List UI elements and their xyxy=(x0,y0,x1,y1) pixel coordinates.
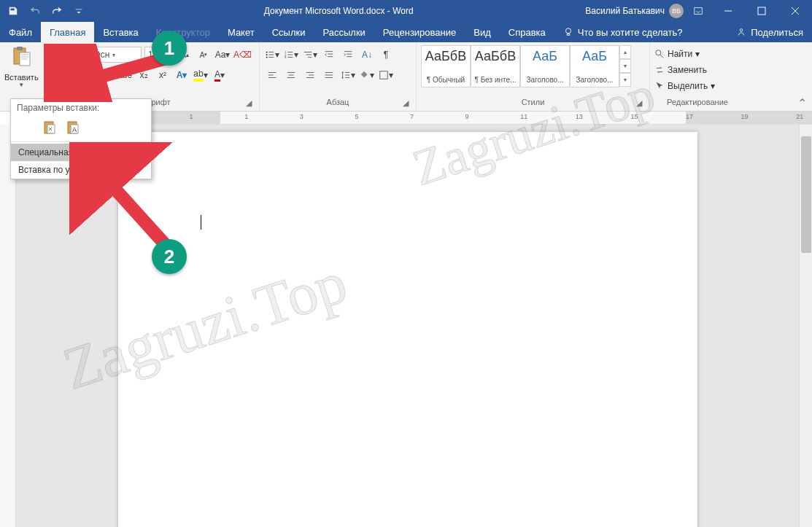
tab-help[interactable]: Справка xyxy=(500,22,554,42)
vertical-scrollbar[interactable] xyxy=(799,125,812,527)
paste-dropdown-arrow[interactable]: ▼ xyxy=(18,82,24,88)
page[interactable] xyxy=(118,132,697,527)
annotation-marker-1: 1 xyxy=(152,31,187,66)
share-icon xyxy=(736,27,746,37)
search-icon xyxy=(654,49,665,59)
launcher-icon[interactable]: ◢ xyxy=(401,98,410,107)
tab-home[interactable]: Главная xyxy=(41,22,94,42)
decrease-indent-icon[interactable] xyxy=(321,47,337,63)
ribbon-tabs: Файл Главная Вставка Конструктор Макет С… xyxy=(0,22,812,42)
align-center-icon[interactable] xyxy=(283,67,299,83)
launcher-icon[interactable]: ◢ xyxy=(244,98,253,107)
ribbon-options-icon[interactable] xyxy=(688,1,708,21)
styles-gallery-scroll[interactable]: ▴▾▾ xyxy=(619,45,631,98)
share-button[interactable]: Поделиться xyxy=(727,22,812,42)
align-left-icon[interactable] xyxy=(264,67,280,83)
annotation-marker-2: 2 xyxy=(152,239,187,274)
tell-me-search[interactable]: Что вы хотите сделать? xyxy=(554,22,692,42)
paste-text-only-icon[interactable]: A xyxy=(63,118,82,137)
style-normal[interactable]: АаБбВ¶ Обычный xyxy=(421,45,471,87)
select-button[interactable]: Выделить ▾ xyxy=(654,79,741,93)
svg-rect-50 xyxy=(380,71,388,79)
align-right-icon[interactable] xyxy=(302,67,318,83)
replace-icon xyxy=(654,65,665,75)
svg-point-14 xyxy=(266,52,268,53)
svg-rect-2 xyxy=(758,7,765,15)
bulb-icon xyxy=(563,27,573,37)
user-avatar[interactable]: ВБ xyxy=(669,4,684,18)
group-label-editing: Редактирование xyxy=(654,98,741,111)
tab-layout[interactable]: Макет xyxy=(219,22,263,42)
svg-point-6 xyxy=(740,29,743,32)
quick-access-toolbar xyxy=(0,1,92,21)
svg-point-16 xyxy=(266,54,268,55)
borders-icon[interactable]: ▾ xyxy=(378,67,394,83)
close-icon[interactable] xyxy=(778,0,812,22)
paste-icon[interactable] xyxy=(8,45,34,71)
save-icon[interactable] xyxy=(3,1,23,21)
maximize-icon[interactable] xyxy=(745,0,778,22)
shrink-font-icon[interactable]: A▾ xyxy=(196,47,212,63)
sort-icon[interactable]: A↓ xyxy=(359,47,375,63)
launcher-icon[interactable]: ◢ xyxy=(635,98,643,107)
font-color-icon[interactable]: A▾ xyxy=(212,67,228,83)
select-icon xyxy=(654,81,665,91)
clear-format-icon[interactable]: A⌫ xyxy=(233,47,252,63)
tab-insert[interactable]: Вставка xyxy=(94,22,147,42)
svg-line-52 xyxy=(660,55,663,58)
numbering-icon[interactable]: 123▾ xyxy=(283,47,299,63)
svg-point-18 xyxy=(266,57,268,58)
undo-icon[interactable] xyxy=(25,1,45,21)
document-title: Документ Microsoft Word.docx - Word xyxy=(92,6,585,16)
tab-view[interactable]: Вид xyxy=(465,22,500,42)
replace-button[interactable]: Заменить xyxy=(654,63,741,77)
paste-merge-icon[interactable] xyxy=(40,118,59,137)
qat-customize-icon[interactable] xyxy=(69,1,89,21)
group-styles: АаБбВ¶ Обычный АаБбВ¶ Без инте... АаБЗаг… xyxy=(417,42,650,111)
style-no-spacing[interactable]: АаБбВ¶ Без инте... xyxy=(471,45,520,87)
justify-icon[interactable] xyxy=(321,67,337,83)
bullets-icon[interactable]: ▾ xyxy=(264,47,280,63)
increase-indent-icon[interactable] xyxy=(340,47,356,63)
svg-point-5 xyxy=(565,28,571,34)
title-bar: Документ Microsoft Word.docx - Word Васи… xyxy=(0,0,812,22)
style-heading2[interactable]: АаБЗаголово... xyxy=(570,45,619,87)
text-cursor xyxy=(201,215,201,230)
collapse-ribbon-icon[interactable]: ⌃ xyxy=(797,96,811,109)
line-spacing-icon[interactable]: ▾ xyxy=(340,67,356,83)
group-paragraph: ▾ 123▾ ▾ A↓ ¶ ▾ ▾ ▾ Абзац◢ xyxy=(260,42,417,111)
svg-rect-8 xyxy=(17,47,23,50)
paste-button[interactable]: Вставить xyxy=(4,73,39,82)
group-label-styles: Стили◢ xyxy=(421,98,645,111)
paste-keep-source-icon[interactable] xyxy=(17,118,36,137)
find-button[interactable]: Найти ▾ xyxy=(654,47,741,61)
highlight-icon[interactable]: ab▾ xyxy=(193,67,209,83)
tab-file[interactable]: Файл xyxy=(0,22,41,42)
redo-icon[interactable] xyxy=(47,1,67,21)
svg-text:3: 3 xyxy=(285,55,287,59)
svg-line-68 xyxy=(67,57,171,86)
svg-text:A: A xyxy=(72,126,77,133)
svg-point-51 xyxy=(656,50,661,55)
multilevel-icon[interactable]: ▾ xyxy=(302,47,318,63)
tab-references[interactable]: Ссылки xyxy=(263,22,314,42)
change-case-button[interactable]: Aa▾ xyxy=(214,47,231,63)
scroll-thumb[interactable] xyxy=(801,136,811,253)
tab-review[interactable]: Рецензирование xyxy=(374,22,465,42)
vertical-ruler[interactable] xyxy=(0,125,16,527)
svg-rect-56 xyxy=(47,125,55,133)
minimize-icon[interactable] xyxy=(711,0,745,22)
svg-line-69 xyxy=(91,163,171,251)
user-name[interactable]: Василий Батькавич xyxy=(585,6,665,16)
group-label-paragraph: Абзац◢ xyxy=(264,98,411,111)
tab-mailings[interactable]: Рассылки xyxy=(314,22,374,42)
shading-icon[interactable]: ▾ xyxy=(359,67,375,83)
pilcrow-icon[interactable]: ¶ xyxy=(378,47,394,63)
group-editing: Найти ▾ Заменить Выделить ▾ Редактирован… xyxy=(650,42,745,111)
style-heading1[interactable]: АаБЗаголово... xyxy=(520,45,570,87)
